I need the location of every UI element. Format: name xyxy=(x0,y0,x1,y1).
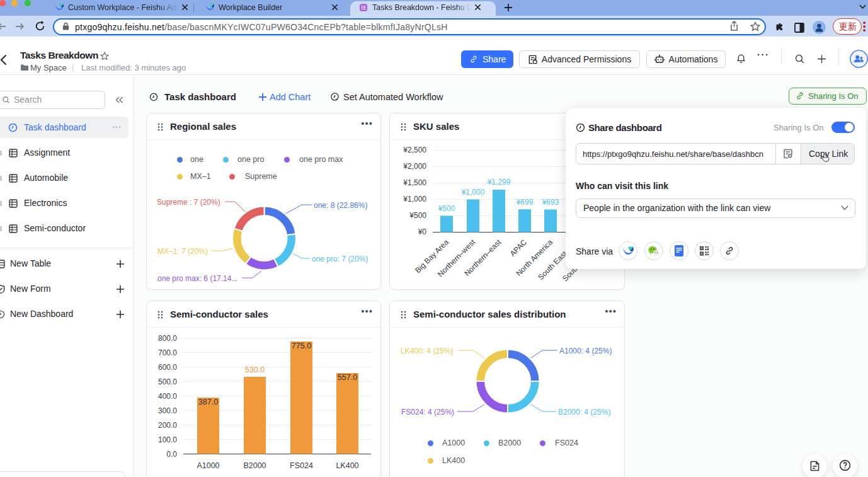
svg-text:557.0: 557.0 xyxy=(338,373,357,382)
svg-text:530.0: 530.0 xyxy=(245,365,265,374)
svg-text:0.0: 0.0 xyxy=(166,450,177,459)
svg-text:¥500: ¥500 xyxy=(438,204,455,213)
svg-text:B2000: B2000 xyxy=(243,461,266,470)
svg-text:300.0: 300.0 xyxy=(158,406,177,415)
svg-text:100.0: 100.0 xyxy=(158,435,177,444)
svg-text:400.0: 400.0 xyxy=(158,392,177,401)
svg-text:¥2,500: ¥2,500 xyxy=(403,146,426,154)
svg-text:800.0: 800.0 xyxy=(158,334,177,343)
svg-text:500.0: 500.0 xyxy=(158,377,177,386)
svg-text:A1000: A1000 xyxy=(197,461,219,470)
svg-text:775.0: 775.0 xyxy=(292,342,311,350)
svg-text:¥2,000: ¥2,000 xyxy=(403,162,426,171)
svg-text:¥500: ¥500 xyxy=(409,211,426,220)
svg-text:700.0: 700.0 xyxy=(158,348,177,357)
svg-text:¥1,299: ¥1,299 xyxy=(487,178,511,187)
svg-text:387.0: 387.0 xyxy=(198,398,218,406)
svg-text:FS024: FS024 xyxy=(290,461,313,470)
svg-text:¥1,500: ¥1,500 xyxy=(403,178,426,187)
svg-text:¥0: ¥0 xyxy=(418,227,427,236)
svg-text:¥1,000: ¥1,000 xyxy=(403,195,426,204)
svg-text:¥1,000: ¥1,000 xyxy=(461,188,485,197)
svg-text:200.0: 200.0 xyxy=(158,421,177,430)
svg-text:600.0: 600.0 xyxy=(158,363,177,372)
svg-text:LK400: LK400 xyxy=(336,461,358,470)
svg-text:¥699: ¥699 xyxy=(516,198,534,207)
svg-text:¥693: ¥693 xyxy=(542,198,559,207)
svg-text:APAC: APAC xyxy=(508,238,529,258)
